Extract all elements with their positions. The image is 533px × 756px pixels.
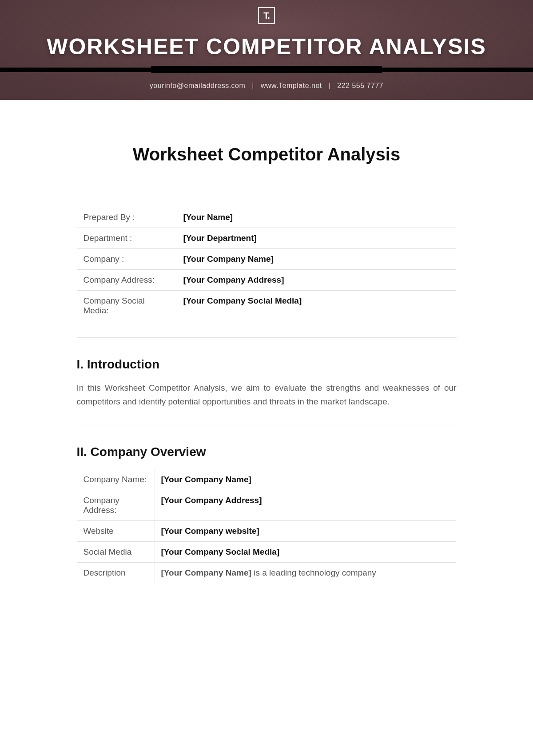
table-row: Department : [Your Department] bbox=[77, 228, 456, 249]
prepared-by-table: Prepared By : [Your Name] Department : [… bbox=[77, 207, 457, 321]
table-row: Social Media [Your Company Social Media] bbox=[77, 541, 456, 562]
field-value: [Your Company Address] bbox=[177, 270, 456, 291]
field-value: [Your Company website] bbox=[155, 520, 456, 541]
field-label: Social Media bbox=[77, 541, 155, 562]
field-label: Company Address: bbox=[77, 270, 177, 291]
banner-phone: 222 555 7777 bbox=[337, 82, 383, 89]
banner-email: yourinfo@emailaddress.com bbox=[150, 82, 246, 89]
table-row: Company : [Your Company Name] bbox=[77, 249, 456, 270]
field-value-description: [Your Company Name] is a leading technol… bbox=[155, 562, 456, 583]
table-row: Website [Your Company website] bbox=[77, 520, 456, 541]
field-label: Company Address: bbox=[77, 490, 155, 520]
description-company-name: [Your Company Name] bbox=[161, 568, 251, 577]
separator-icon: | bbox=[329, 82, 331, 89]
document-body: Worksheet Competitor Analysis Prepared B… bbox=[77, 100, 457, 584]
field-value: [Your Company Name] bbox=[155, 469, 456, 490]
section-heading-introduction: I. Introduction bbox=[77, 357, 457, 372]
field-value: [Your Name] bbox=[177, 207, 456, 228]
description-rest: is a leading technology company bbox=[251, 568, 376, 577]
field-label: Website bbox=[77, 520, 155, 541]
field-value: [Your Company Social Media] bbox=[155, 541, 456, 562]
banner-divider-thick bbox=[151, 66, 382, 73]
field-label: Department : bbox=[77, 228, 177, 249]
table-row: Company Address: [Your Company Address] bbox=[77, 490, 456, 520]
divider bbox=[77, 187, 457, 187]
separator-icon: | bbox=[252, 82, 254, 89]
section-heading-company-overview: II. Company Overview bbox=[77, 445, 457, 459]
field-label: Prepared By : bbox=[77, 207, 177, 228]
field-label: Company Social Media: bbox=[77, 291, 177, 321]
field-value: [Your Company Social Media] bbox=[177, 291, 456, 321]
table-row: Company Social Media: [Your Company Soci… bbox=[77, 291, 456, 321]
banner-contact: yourinfo@emailaddress.com | www.Template… bbox=[0, 82, 533, 90]
field-label: Company Name: bbox=[77, 469, 155, 490]
table-row: Description [Your Company Name] is a lea… bbox=[77, 562, 456, 583]
banner-title: WORKSHEET COMPETITOR ANALYSIS bbox=[0, 34, 533, 60]
divider bbox=[77, 425, 457, 425]
page-title: Worksheet Competitor Analysis bbox=[77, 144, 457, 164]
table-row: Company Address: [Your Company Address] bbox=[77, 270, 456, 291]
field-value: [Your Department] bbox=[177, 228, 456, 249]
banner-website: www.Template.net bbox=[261, 82, 322, 89]
banner: T. WORKSHEET COMPETITOR ANALYSIS yourinf… bbox=[0, 0, 533, 100]
table-row: Company Name: [Your Company Name] bbox=[77, 469, 456, 490]
field-label: Company : bbox=[77, 249, 177, 270]
introduction-text: In this Worksheet Competitor Analysis, w… bbox=[77, 381, 457, 409]
company-overview-table: Company Name: [Your Company Name] Compan… bbox=[77, 469, 457, 584]
logo-icon: T. bbox=[258, 7, 275, 24]
table-row: Prepared By : [Your Name] bbox=[77, 207, 456, 228]
divider bbox=[77, 337, 457, 338]
field-label: Description bbox=[77, 562, 155, 583]
field-value: [Your Company Name] bbox=[177, 249, 456, 270]
field-value: [Your Company Address] bbox=[155, 490, 456, 520]
